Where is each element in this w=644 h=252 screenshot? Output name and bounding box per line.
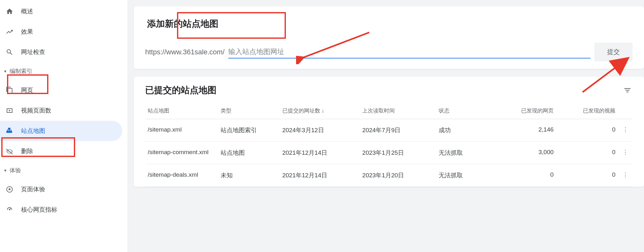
cell-videos: 0 <box>556 164 618 187</box>
submitted-sitemaps-card: 已提交的站点地图 站点地图 类型 已提交的网址数↓ 上次读取时间 状态 已发现的… <box>134 77 644 187</box>
nav-pages[interactable]: 网页 <box>0 80 122 100</box>
pages-icon <box>6 86 13 94</box>
cell-submitted: 2021年12月14日 <box>280 164 360 187</box>
nav-label: 网址检查 <box>21 48 45 56</box>
cell-sitemap: /sitemap-comment.xml <box>145 142 218 164</box>
more-icon[interactable]: ⋮ <box>622 149 628 156</box>
cell-last-read: 2024年7月9日 <box>360 119 436 142</box>
nav-sitemaps[interactable]: 站点地图 <box>0 121 122 141</box>
cell-submitted: 2024年3月12日 <box>280 119 360 142</box>
nav-label: 概述 <box>21 7 33 16</box>
nav-group-label: 编制索引 <box>10 67 32 75</box>
nav-url-inspect[interactable]: 网址检查 <box>0 42 122 62</box>
col-submitted[interactable]: 已提交的网址数↓ <box>280 103 360 119</box>
col-sitemap[interactable]: 站点地图 <box>145 103 218 119</box>
cell-pages: 2,146 <box>491 119 556 142</box>
col-pages[interactable]: 已发现的网页 <box>491 103 556 119</box>
table-row[interactable]: /sitemap.xml站点地图索引2024年3月12日2024年7月9日成功2… <box>145 119 633 142</box>
nav-group-index[interactable]: ▾ 编制索引 <box>0 62 127 80</box>
nav-performance[interactable]: 效果 <box>0 22 122 42</box>
sitemap-icon <box>6 127 13 135</box>
filter-icon[interactable] <box>622 85 633 95</box>
submit-button[interactable]: 提交 <box>594 43 633 61</box>
main-content: 添加新的站点地图 https://www.361sale.com/ 提交 已提交… <box>127 0 644 252</box>
remove-icon <box>6 147 13 155</box>
cell-type: 站点地图 <box>218 142 280 164</box>
url-prefix: https://www.361sale.com/ <box>145 48 224 56</box>
nav-label: 核心网页指标 <box>21 206 57 214</box>
speed-icon <box>6 206 13 214</box>
cell-videos: 0 <box>556 119 618 142</box>
cell-pages: 0 <box>491 164 556 187</box>
sitemap-input-row: https://www.361sale.com/ 提交 <box>145 43 633 61</box>
cell-pages: 3,000 <box>491 142 556 164</box>
add-sitemap-title: 添加新的站点地图 <box>145 14 220 34</box>
col-last-read[interactable]: 上次读取时间 <box>360 103 436 119</box>
more-icon[interactable]: ⋮ <box>622 172 628 178</box>
cell-sitemap: /sitemap.xml <box>145 119 218 142</box>
cell-type: 站点地图索引 <box>218 119 280 142</box>
col-status[interactable]: 状态 <box>436 103 491 119</box>
cell-type: 未知 <box>218 164 280 187</box>
col-videos[interactable]: 已发现的视频 <box>556 103 618 119</box>
nav-label: 视频页面数 <box>21 106 51 115</box>
nav-overview[interactable]: 概述 <box>0 1 122 22</box>
cell-status: 成功 <box>436 119 491 142</box>
nav-core-web-vitals[interactable]: 核心网页指标 <box>0 200 122 220</box>
nav-label: 站点地图 <box>21 127 45 135</box>
more-icon[interactable]: ⋮ <box>622 126 628 133</box>
cell-videos: 0 <box>556 142 618 164</box>
nav-page-experience[interactable]: 页面体验 <box>0 179 122 200</box>
nav-removals[interactable]: 删除 <box>0 141 122 161</box>
table-row[interactable]: /sitemap-deals.xml未知2021年12月14日2023年1月20… <box>145 164 633 187</box>
table-row[interactable]: /sitemap-comment.xml站点地图2021年12月14日2023年… <box>145 142 633 164</box>
home-icon <box>6 8 13 15</box>
cell-last-read: 2023年1月25日 <box>360 142 436 164</box>
badge-icon <box>6 186 13 193</box>
video-icon <box>6 107 13 114</box>
cell-status: 无法抓取 <box>436 142 491 164</box>
nav-label: 页面体验 <box>21 185 45 194</box>
cell-status: 无法抓取 <box>436 164 491 187</box>
submitted-sitemaps-title: 已提交的站点地图 <box>145 84 216 96</box>
nav-group-experience[interactable]: ▾ 体验 <box>0 161 127 179</box>
sitemaps-table: 站点地图 类型 已提交的网址数↓ 上次读取时间 状态 已发现的网页 已发现的视频… <box>145 103 633 187</box>
search-icon <box>6 48 13 56</box>
nav-video-pages[interactable]: 视频页面数 <box>0 100 122 121</box>
cell-submitted: 2021年12月14日 <box>280 142 360 164</box>
cell-sitemap: /sitemap-deals.xml <box>145 164 218 187</box>
add-sitemap-card: 添加新的站点地图 https://www.361sale.com/ 提交 <box>134 6 644 69</box>
caret-down-icon: ▾ <box>3 168 8 173</box>
sort-down-icon: ↓ <box>322 107 324 114</box>
sitemap-url-input[interactable] <box>228 46 591 58</box>
caret-down-icon: ▾ <box>3 69 8 74</box>
trending-icon <box>6 28 13 36</box>
sidebar: 概述 效果 网址检查 ▾ 编制索引 网页 视频页面数 站点地图 删除 <box>0 0 127 252</box>
nav-group-label: 体验 <box>10 167 21 174</box>
nav-label: 效果 <box>21 28 33 36</box>
nav-label: 删除 <box>21 147 33 155</box>
col-type[interactable]: 类型 <box>218 103 280 119</box>
cell-last-read: 2023年1月20日 <box>360 164 436 187</box>
nav-label: 网页 <box>21 86 33 94</box>
